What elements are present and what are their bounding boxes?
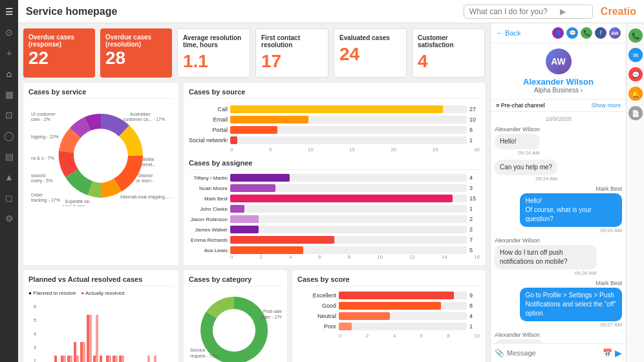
assignee-john-wrap bbox=[230, 205, 467, 213]
cases-by-service-title: Cases by service bbox=[28, 88, 173, 99]
search-input[interactable] bbox=[469, 7, 560, 16]
assignee-mark-row: Mark Best 15 bbox=[189, 195, 480, 202]
attachment-icon[interactable]: 📎 bbox=[495, 348, 504, 357]
msg-time-mark-1: 09:26 AM bbox=[600, 228, 622, 233]
sidebar-user-icon[interactable]: ◯ bbox=[3, 129, 16, 142]
score-good-row: Good 8 bbox=[297, 302, 480, 310]
svg-text:Order: Order bbox=[31, 193, 43, 197]
kpi-overdue-resolution: Overdue cases (resolution) 28 bbox=[100, 28, 172, 78]
panel-icon-call[interactable]: 📞 bbox=[581, 27, 592, 39]
assignee-noah-value: 3 bbox=[469, 185, 480, 191]
action-email-icon[interactable]: ✉ bbox=[628, 48, 643, 62]
source-call-bar bbox=[230, 105, 443, 113]
send-button[interactable]: ▶ bbox=[615, 348, 622, 358]
back-button[interactable]: ← Back bbox=[496, 29, 521, 37]
sidebar-gear-icon[interactable]: ⚙ bbox=[3, 212, 16, 225]
assignee-emma-bar bbox=[230, 236, 334, 244]
svg-text:5: 5 bbox=[34, 318, 36, 323]
svg-text:Diamor: Diamor bbox=[138, 173, 153, 178]
assignee-jason-row: Jason Robinson 2 bbox=[189, 215, 480, 223]
panel-icon-contacts[interactable]: 👤 bbox=[552, 27, 564, 39]
assignee-noah-row: Noah Moore 3 bbox=[189, 184, 480, 192]
svg-text:order - 27%: order - 27% bbox=[260, 315, 282, 319]
svg-text:Brillia: Brillia bbox=[143, 157, 154, 162]
svg-rect-51 bbox=[122, 356, 124, 362]
right-panel: ← Back 👤 💬 📞 f AW AW Alexander Wilson Al… bbox=[490, 23, 626, 362]
assignee-ava-row: Ava Lewis 5 bbox=[189, 246, 480, 254]
msg-sender-mark-2: Mark Best bbox=[520, 280, 622, 286]
sidebar-search-icon[interactable]: ⊙ bbox=[3, 26, 16, 39]
svg-rect-41 bbox=[89, 315, 92, 362]
svg-rect-50 bbox=[119, 356, 122, 362]
kpi-satisfaction-value: 4 bbox=[418, 51, 479, 72]
score-excellent-row: Excellent 9 bbox=[297, 292, 480, 299]
kpi-first-contact: First contact resolution 17 bbox=[255, 28, 328, 78]
svg-text:2: 2 bbox=[34, 359, 36, 362]
sidebar-add-icon[interactable]: + bbox=[3, 47, 16, 59]
score-good-label: Good bbox=[297, 303, 336, 309]
sidebar-menu-icon[interactable]: ☰ bbox=[3, 5, 16, 18]
svg-rect-44 bbox=[100, 356, 102, 362]
assignee-james-bar bbox=[230, 226, 259, 233]
svg-text:UI customer: UI customer bbox=[31, 112, 56, 116]
sidebar-chart-icon[interactable]: ▦ bbox=[3, 88, 16, 101]
sidebar-msg-icon[interactable]: ◻ bbox=[3, 191, 16, 204]
action-chat-icon[interactable]: 💬 bbox=[628, 67, 643, 81]
svg-rect-34 bbox=[67, 356, 70, 362]
assignee-mark-label: Mark Best bbox=[189, 196, 228, 202]
kpi-evaluated-title: Evaluated cases bbox=[339, 34, 401, 41]
kpi-avg-resolution-value: 1.1 bbox=[183, 51, 244, 72]
score-neutral-bar bbox=[339, 312, 390, 320]
assignee-james-wrap bbox=[230, 226, 467, 233]
svg-rect-49 bbox=[115, 356, 118, 362]
panel-icon-row: 👤 💬 📞 f AW bbox=[552, 27, 621, 39]
score-excellent-value: 9 bbox=[469, 292, 480, 299]
kpi-evaluated: Evaluated cases 24 bbox=[334, 28, 407, 78]
svg-text:3: 3 bbox=[34, 345, 36, 350]
action-phone-icon[interactable]: 📞 bbox=[628, 28, 643, 43]
svg-rect-37 bbox=[76, 356, 79, 362]
assignee-tiffany-wrap bbox=[230, 174, 467, 182]
assignee-axis: 0246810121416 bbox=[189, 254, 480, 260]
panel-icon-social[interactable]: f bbox=[595, 27, 606, 39]
sidebar-cart-icon[interactable]: ⊡ bbox=[3, 109, 16, 122]
show-more-button[interactable]: Show more bbox=[591, 102, 621, 109]
source-call-value: 27 bbox=[469, 106, 480, 112]
assignee-ava-label: Ava Lewis bbox=[189, 248, 228, 253]
source-portal-bar-wrap bbox=[230, 126, 467, 134]
header: Service homepage ▶ Creatio bbox=[18, 0, 644, 23]
msg-time-mark-2: 09:27 AM bbox=[600, 322, 622, 328]
assignee-noah-bar bbox=[230, 184, 275, 192]
svg-text:Post-sale: Post-sale bbox=[263, 309, 282, 314]
score-good-value: 8 bbox=[469, 303, 480, 309]
action-doc-icon[interactable]: 📄 bbox=[628, 106, 643, 120]
svg-rect-43 bbox=[96, 315, 98, 362]
cases-by-source-title: Cases by source bbox=[189, 88, 480, 99]
source-portal-label: Portal bbox=[189, 127, 228, 133]
panel-icon-chat[interactable]: 💬 bbox=[566, 27, 578, 39]
source-portal-value: 6 bbox=[469, 127, 480, 133]
search-box[interactable]: ▶ bbox=[464, 5, 593, 19]
action-bell-icon[interactable]: 🔔 bbox=[628, 87, 643, 101]
cases-by-category-title: Cases by category bbox=[189, 275, 282, 286]
msg-mark-1: Mark Best Hello!Of course, what is your … bbox=[520, 186, 622, 233]
sidebar-home-icon[interactable]: ⌂ bbox=[3, 67, 16, 80]
msg-sender-4: Alexander Wilson bbox=[495, 332, 543, 338]
svg-rect-36 bbox=[74, 342, 76, 362]
assignee-ava-wrap bbox=[230, 246, 467, 254]
svg-point-0 bbox=[75, 130, 127, 182]
sidebar-analytics-icon[interactable]: ▲ bbox=[3, 171, 16, 184]
kpi-row-1: Overdue cases (response) 22 Overdue case… bbox=[23, 28, 485, 78]
calendar-icon[interactable]: 📅 bbox=[603, 348, 612, 357]
main-area: Service homepage ▶ Creatio Overdue cases… bbox=[18, 0, 644, 362]
score-excellent-bar bbox=[339, 292, 454, 299]
message-input[interactable] bbox=[507, 349, 600, 357]
score-poor-label: Poor bbox=[297, 323, 336, 330]
cases-by-source-bars: Call 27 Email 10 bbox=[189, 105, 480, 144]
side-actions: 📞 ✉ 💬 🔔 📄 bbox=[626, 23, 644, 362]
charts-row-2: Planned vs Actual resolved cases ● Plann… bbox=[23, 270, 485, 362]
cases-by-category-content: Post-sale order - 27% Service request - … bbox=[189, 290, 282, 362]
sidebar-doc-icon[interactable]: ▤ bbox=[3, 150, 16, 163]
assignee-mark-wrap bbox=[230, 195, 467, 202]
svg-rect-40 bbox=[87, 315, 89, 362]
